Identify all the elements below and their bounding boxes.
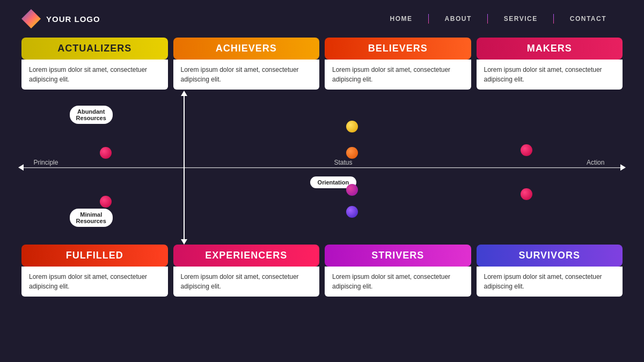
- logo-icon: [21, 9, 41, 28]
- nav-about[interactable]: ABOUT: [429, 15, 488, 23]
- nav-home[interactable]: HOME: [374, 15, 429, 23]
- card-actualizers: ACTUALIZERS Lorem ipsum dolor sit amet, …: [21, 38, 168, 90]
- navbar: YOUR LOGO HOME ABOUT SERVICE CONTACT: [0, 0, 644, 38]
- nav-links: HOME ABOUT SERVICE CONTACT: [374, 15, 623, 23]
- card-text-believers: Lorem ipsum dolor sit amet, consectetuer…: [325, 60, 471, 90]
- card-text-makers: Lorem ipsum dolor sit amet, consectetuer…: [477, 60, 623, 90]
- badge-strivers: STRIVERS: [325, 245, 471, 267]
- dot-action-lower: [521, 188, 532, 200]
- card-strivers: STRIVERS Lorem ipsum dolor sit amet, con…: [325, 245, 471, 297]
- badge-makers: MAKERS: [477, 38, 623, 60]
- nav-service[interactable]: SERVICE: [488, 15, 554, 23]
- card-fulfilled: FULFILLED Lorem ipsum dolor sit amet, co…: [21, 245, 168, 297]
- top-cards-row: ACTUALIZERS Lorem ipsum dolor sit amet, …: [21, 38, 623, 90]
- badge-achievers: ACHIEVERS: [173, 38, 320, 60]
- horizontal-axis: [21, 167, 623, 168]
- bottom-cards-row: FULFILLED Lorem ipsum dolor sit amet, co…: [21, 245, 623, 297]
- card-survivors: SURVIVORS Lorem ipsum dolor sit amet, co…: [477, 245, 623, 297]
- label-abundant: AbundantResources: [70, 106, 113, 124]
- badge-experiencers: EXPERIENCERS: [173, 245, 320, 267]
- card-text-strivers: Lorem ipsum dolor sit amet, consectetuer…: [325, 267, 471, 297]
- card-text-achievers: Lorem ipsum dolor sit amet, consectetuer…: [173, 60, 320, 90]
- logo-text: YOUR LOGO: [46, 14, 100, 24]
- dot-action-upper: [521, 144, 532, 156]
- logo-area: YOUR LOGO: [21, 9, 100, 28]
- nav-contact[interactable]: CONTACT: [554, 15, 623, 23]
- card-text-actualizers: Lorem ipsum dolor sit amet, consectetuer…: [21, 60, 168, 90]
- label-minimal: MinimalResources: [70, 209, 113, 227]
- card-text-fulfilled: Lorem ipsum dolor sit amet, consectetuer…: [21, 267, 168, 297]
- card-text-survivors: Lorem ipsum dolor sit amet, consectetuer…: [477, 267, 623, 297]
- top-cards-section: ACTUALIZERS Lorem ipsum dolor sit amet, …: [0, 38, 644, 90]
- vertical-axis: [184, 94, 185, 241]
- dot-status-yellow: [346, 121, 358, 132]
- card-text-experiencers: Lorem ipsum dolor sit amet, consectetuer…: [173, 267, 320, 297]
- dot-principle-lower: [100, 196, 112, 208]
- badge-fulfilled: FULFILLED: [21, 245, 168, 267]
- badge-survivors: SURVIVORS: [477, 245, 623, 267]
- dot-status-purple: [346, 184, 358, 196]
- chart-area: AbundantResources MinimalResources Orien…: [21, 94, 623, 241]
- badge-actualizers: ACTUALIZERS: [21, 38, 168, 60]
- badge-believers: BELIEVERS: [325, 38, 471, 60]
- card-believers: BELIEVERS Lorem ipsum dolor sit amet, co…: [325, 38, 471, 90]
- label-principle: Principle: [33, 159, 58, 166]
- label-status: Status: [334, 159, 352, 166]
- dot-status-orange: [346, 147, 358, 159]
- card-experiencers: EXPERIENCERS Lorem ipsum dolor sit amet,…: [173, 245, 320, 297]
- card-makers: MAKERS Lorem ipsum dolor sit amet, conse…: [477, 38, 623, 90]
- dot-principle-upper: [100, 147, 112, 159]
- card-achievers: ACHIEVERS Lorem ipsum dolor sit amet, co…: [173, 38, 320, 90]
- label-action: Action: [587, 159, 604, 166]
- bottom-cards-section: FULFILLED Lorem ipsum dolor sit amet, co…: [0, 245, 644, 297]
- dot-status-blue: [346, 206, 358, 218]
